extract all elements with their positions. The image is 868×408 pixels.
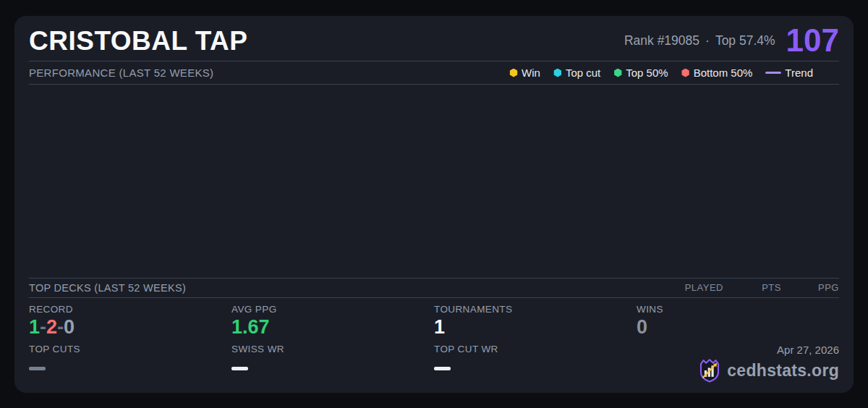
stat-tournaments: TOURNAMENTS 1 <box>434 304 637 339</box>
record-dash: - <box>57 316 64 338</box>
bottom50-dot-icon <box>681 69 690 77</box>
legend-label: Top 50% <box>626 67 668 79</box>
top-cut-wr-empty-dash <box>434 367 451 370</box>
record-draws: 0 <box>64 316 75 338</box>
column-header-played: PLAYED <box>665 282 723 293</box>
rank-label: Rank #19085 <box>624 33 699 48</box>
card-header: CRISTOBAL TAP Rank #19085·Top 57.4% 107 <box>29 16 839 61</box>
stat-top-cut-wr: TOP CUT WR <box>434 339 637 383</box>
legend-label: Top cut <box>566 67 600 79</box>
rank-summary: Rank #19085·Top 57.4% 107 <box>624 25 839 56</box>
stat-avg-ppg: AVG PPG 1.67 <box>231 304 434 339</box>
brand-name: cedhstats.org <box>727 362 839 379</box>
stats-summary: RECORD 1-2-0 AVG PPG 1.67 TOURNAMENTS 1 … <box>29 298 839 393</box>
stat-record: RECORD 1-2-0 <box>29 304 231 339</box>
legend-item-top-cut: Top cut <box>553 67 600 79</box>
top-decks-section-title: TOP DECKS (LAST 52 WEEKS) <box>29 282 186 294</box>
page-title: CRISTOBAL TAP <box>29 27 248 54</box>
points-value: 107 <box>786 25 839 56</box>
stat-label: AVG PPG <box>231 304 434 315</box>
wins-value: 0 <box>637 316 839 339</box>
win-dot-icon <box>509 69 518 77</box>
column-header-pts: PTS <box>723 282 781 293</box>
stat-wins: WINS 0 <box>637 304 839 339</box>
stat-label: RECORD <box>29 304 231 315</box>
stat-label: WINS <box>637 304 839 315</box>
stat-label: SWISS WR <box>231 344 434 354</box>
record-value: 1-2-0 <box>29 316 231 339</box>
swiss-wr-empty-dash <box>231 367 248 370</box>
legend-item-win: Win <box>509 67 540 79</box>
rank-separator: · <box>705 33 710 48</box>
legend-item-trend: Trend <box>765 67 813 79</box>
chart-legend: Win Top cut Top 50% Bottom 50% Trend <box>509 67 839 79</box>
player-stats-card: CRISTOBAL TAP Rank #19085·Top 57.4% 107 … <box>14 16 854 393</box>
record-losses: 2 <box>46 316 57 338</box>
card-footer: Apr 27, 2026 cedhstats.org <box>637 339 839 383</box>
avg-ppg-value: 1.67 <box>231 316 434 339</box>
top-percent-label: Top 57.4% <box>715 33 775 48</box>
column-header-ppg: PPG <box>781 282 839 293</box>
record-dash: - <box>40 316 46 338</box>
date-label: Apr 27, 2026 <box>777 344 839 356</box>
record-wins: 1 <box>29 316 40 338</box>
tournaments-value: 1 <box>434 316 637 339</box>
legend-label: Win <box>522 67 540 79</box>
top-decks-columns: PLAYED PTS PPG <box>665 282 839 293</box>
stat-swiss-wr: SWISS WR <box>231 339 434 383</box>
top-cut-dot-icon <box>553 69 562 77</box>
legend-label: Trend <box>785 67 813 79</box>
performance-header: PERFORMANCE (LAST 52 WEEKS) Win Top cut … <box>29 61 839 85</box>
legend-item-bottom50: Bottom 50% <box>681 67 753 79</box>
legend-item-top50: Top 50% <box>613 67 668 79</box>
top50-dot-icon <box>613 69 622 77</box>
performance-section-title: PERFORMANCE (LAST 52 WEEKS) <box>29 67 213 79</box>
brand: cedhstats.org <box>698 358 839 383</box>
stat-label: TOURNAMENTS <box>434 304 637 315</box>
legend-label: Bottom 50% <box>694 67 753 79</box>
trend-line-icon <box>765 72 781 74</box>
stat-label: TOP CUT WR <box>434 344 637 354</box>
stat-top-cuts: TOP CUTS <box>29 339 231 383</box>
stat-label: TOP CUTS <box>29 344 231 354</box>
rank-text: Rank #19085·Top 57.4% <box>624 33 775 48</box>
top-cuts-empty-dash <box>29 367 46 370</box>
top-decks-header: TOP DECKS (LAST 52 WEEKS) PLAYED PTS PPG <box>29 279 839 298</box>
cedhstats-logo-icon <box>698 358 721 383</box>
performance-chart-area <box>29 85 839 279</box>
